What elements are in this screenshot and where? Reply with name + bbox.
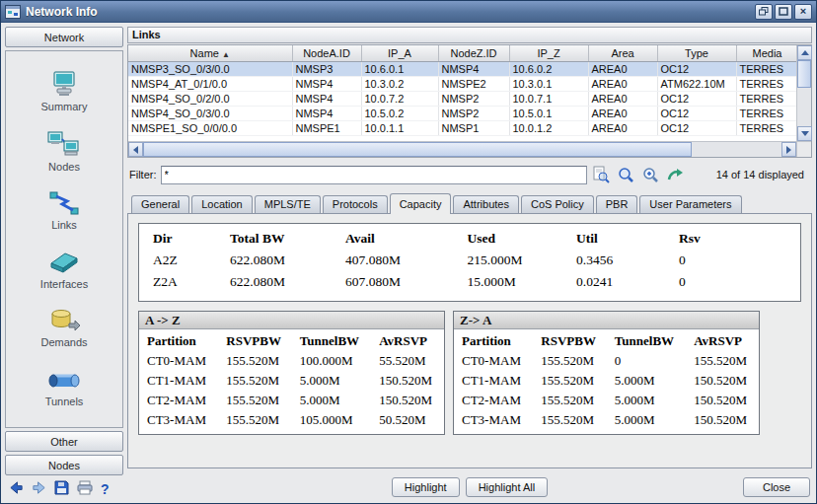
table-cell: A2Z: [149, 250, 226, 271]
table-cell: AREA0: [588, 106, 657, 120]
table-cell: 607.080M: [341, 271, 464, 293]
tab-general[interactable]: General: [131, 195, 189, 213]
window-title: Network Info: [26, 5, 750, 19]
column-header: RSVPBW: [224, 331, 298, 351]
table-cell: 150.520M: [692, 391, 753, 410]
search-icon[interactable]: [616, 165, 636, 184]
close-icon[interactable]: ×: [794, 4, 812, 20]
table-row[interactable]: NMSP3_SO_0/3/0.0NMSP310.6.0.1NMSP410.6.0…: [128, 61, 798, 76]
a-to-z-body: CT0-MAM155.520M100.000M55.520MCT1-MAM155…: [145, 351, 438, 430]
column-header-nodez-id[interactable]: NodeZ.ID: [438, 45, 509, 61]
tab-user-parameters[interactable]: User Parameters: [639, 195, 741, 213]
highlight-all-button[interactable]: Highlight All: [466, 477, 548, 497]
sidebar-item-demands[interactable]: Demands: [6, 308, 122, 348]
column-header-ip-a[interactable]: IP_A: [361, 45, 438, 61]
tab-protocols[interactable]: Protocols: [323, 195, 388, 213]
vertical-scrollbar[interactable]: [796, 45, 811, 157]
filter-bar: Filter: 14 of 14 displayed: [127, 163, 812, 186]
help-icon[interactable]: ?: [101, 482, 110, 496]
capacity-direction-panels: A -> Z PartitionRSVPBWTunnelBWAvRSVP CT0…: [138, 311, 801, 435]
close-button[interactable]: Close: [743, 477, 810, 497]
table-row[interactable]: NMSP4_AT_0/1/0.0NMSP410.3.0.2NMSPE210.3.…: [128, 76, 798, 91]
table-cell: 155.520M: [224, 371, 298, 391]
nodes-icon: [47, 131, 81, 160]
sidebar-item-label: Summary: [40, 101, 87, 112]
table-row: CT2-MAM155.520M5.000M150.520M: [460, 391, 753, 410]
column-header: TunnelBW: [298, 331, 377, 351]
capacity-summary-panel: DirTotal BWAvailUsedUtilRsv A2Z622.080M4…: [138, 223, 801, 302]
column-header-ip-z[interactable]: IP_Z: [509, 45, 588, 61]
table-row[interactable]: NMSPE1_SO_0/0/0.0NMSPE110.0.1.1NMSP110.0…: [128, 120, 798, 135]
forward-icon[interactable]: [32, 480, 46, 497]
column-header-type[interactable]: Type: [657, 45, 736, 61]
sidebar-item-tunnels[interactable]: Tunnels: [6, 367, 122, 407]
back-icon[interactable]: [9, 480, 24, 497]
column-header-media[interactable]: Media: [736, 45, 798, 61]
table-cell: 15.000M: [464, 271, 573, 293]
horizontal-scroll-thumb[interactable]: [143, 142, 692, 157]
run-filter-icon[interactable]: [665, 165, 686, 184]
table-row[interactable]: NMSP4_SO_0/2/0.0NMSP410.0.7.2NMSP210.0.7…: [128, 91, 798, 106]
app-icon: [5, 5, 21, 19]
scrollbar-corner: [797, 141, 811, 157]
scroll-down-button[interactable]: [797, 126, 812, 141]
titlebar[interactable]: Network Info ×: [1, 1, 816, 23]
table-cell: 10.0.1.2: [509, 120, 588, 135]
action-bar: Highlight Highlight All Close: [127, 474, 812, 499]
horizontal-scroll-track[interactable]: [143, 142, 781, 157]
table-cell: TERRES: [736, 61, 798, 76]
table-cell: 155.520M: [224, 351, 298, 371]
tab-capacity[interactable]: Capacity: [390, 193, 452, 214]
table-cell: CT0-MAM: [460, 351, 539, 371]
table-cell: NMSP4: [292, 91, 361, 106]
highlight-button[interactable]: Highlight: [392, 477, 460, 497]
detach-icon[interactable]: [755, 4, 773, 20]
nodes-section-button[interactable]: Nodes: [5, 455, 123, 475]
table-cell: NMSP2: [438, 106, 509, 120]
other-section-button[interactable]: Other: [5, 431, 123, 452]
vertical-scroll-thumb[interactable]: [797, 60, 811, 88]
table-cell: 0: [675, 271, 790, 293]
table-cell: CT1-MAM: [145, 371, 224, 391]
save-icon[interactable]: [54, 480, 69, 497]
column-header-name[interactable]: Name▲: [128, 45, 292, 61]
column-header-nodea-id[interactable]: NodeA.ID: [292, 45, 361, 61]
find-icon[interactable]: [591, 165, 612, 184]
sidebar-item-summary[interactable]: Summary: [6, 71, 122, 112]
column-header-area[interactable]: Area: [588, 45, 657, 61]
network-section-button[interactable]: Network: [5, 27, 123, 47]
table-cell: TERRES: [736, 76, 798, 91]
column-header: RSVPBW: [539, 331, 613, 351]
table-cell: ATM622.10M: [657, 76, 736, 91]
sidebar-item-label: Nodes: [48, 161, 80, 173]
table-cell: 155.520M: [539, 351, 613, 371]
table-cell: 105.000M: [298, 410, 377, 430]
zoom-icon[interactable]: [640, 165, 661, 184]
table-row: CT0-MAM155.520M100.000M55.520M: [145, 351, 438, 371]
print-icon[interactable]: [77, 480, 93, 497]
horizontal-scrollbar[interactable]: [128, 141, 796, 157]
tab-mpls-te[interactable]: MPLS/TE: [255, 195, 321, 213]
scroll-left-button[interactable]: [128, 142, 143, 157]
table-cell: Z2A: [149, 271, 226, 293]
table-cell: NMSP4_AT_0/1/0.0: [128, 76, 292, 91]
table-cell: TERRES: [736, 120, 798, 135]
vertical-scroll-track[interactable]: [797, 60, 811, 126]
table-cell: AREA0: [588, 61, 657, 76]
tab-cos-policy[interactable]: CoS Policy: [521, 195, 594, 213]
sidebar-item-links[interactable]: Links: [6, 190, 122, 231]
table-cell: OC12: [657, 120, 736, 135]
scroll-up-button[interactable]: [797, 45, 812, 60]
filter-input[interactable]: [161, 166, 587, 184]
scroll-right-button[interactable]: [781, 142, 796, 157]
sidebar-item-interfaces[interactable]: Interfaces: [6, 250, 122, 290]
table-row[interactable]: NMSP4_SO_0/3/0.0NMSP410.5.0.2NMSP210.5.0…: [128, 106, 798, 120]
tab-pbr[interactable]: PBR: [596, 195, 638, 213]
table-cell: 10.3.0.2: [361, 76, 438, 91]
tab-location[interactable]: Location: [191, 195, 253, 213]
tab-attributes[interactable]: Attributes: [453, 195, 518, 213]
sidebar-item-nodes[interactable]: Nodes: [6, 131, 122, 173]
table-cell: NMSPE1: [292, 120, 361, 135]
maximize-icon[interactable]: [775, 4, 792, 20]
table-cell: 5.000M: [613, 410, 692, 430]
